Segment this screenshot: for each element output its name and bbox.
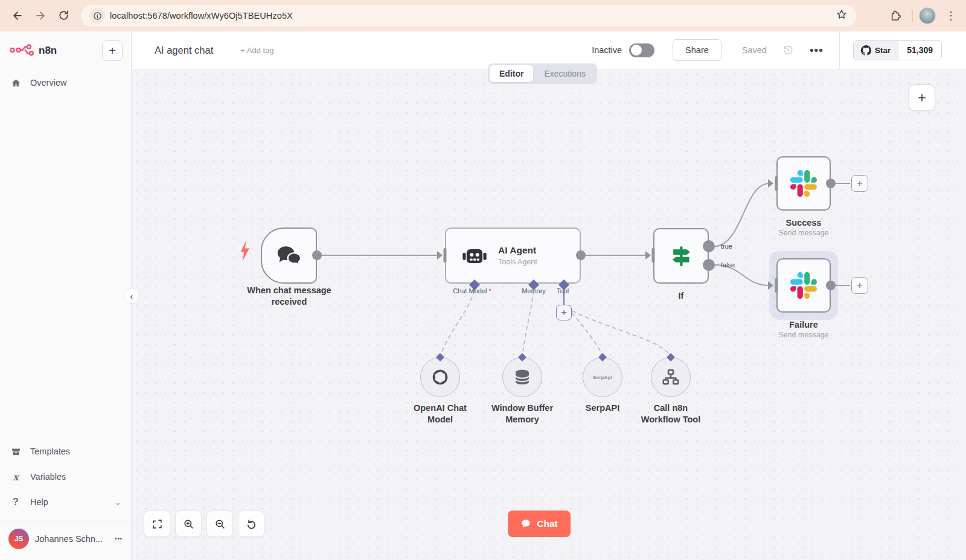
sidebar: n8n + Overview Templates x Variables ? H… xyxy=(0,31,132,560)
output-label-false: false xyxy=(721,261,735,269)
node-when-chat-message-received[interactable] xyxy=(261,228,317,284)
subnode-label: Call n8n Workflow Tool xyxy=(637,402,705,425)
subnode-serpapi[interactable]: SerpApi xyxy=(583,357,622,397)
tab-editor[interactable]: Editor xyxy=(490,65,533,82)
node-ai-agent[interactable]: AI Agent Tools Agent xyxy=(445,228,581,284)
subnode-window-buffer-memory[interactable] xyxy=(502,357,542,397)
subnode-label: SerpAPI xyxy=(572,402,633,414)
node-sublabel: Send message xyxy=(776,229,831,237)
variables-x-icon: x xyxy=(10,471,22,483)
user-avatar: JS xyxy=(8,529,29,549)
refresh-icon xyxy=(58,10,69,21)
new-workflow-button[interactable]: + xyxy=(102,40,123,61)
chat-button[interactable]: Chat xyxy=(508,511,571,537)
node-label: When chat message received xyxy=(240,285,338,308)
subnode-label: Window Buffer Memory xyxy=(482,402,562,425)
port-label-tool: Tool xyxy=(557,287,569,294)
add-node-button[interactable]: + xyxy=(909,84,935,111)
subnode-openai-chat-model[interactable] xyxy=(420,357,460,397)
workflow-menu-button[interactable]: ••• xyxy=(810,43,824,57)
add-tag-button[interactable]: + Add tag xyxy=(240,46,273,55)
sidebar-item-overview[interactable]: Overview xyxy=(0,70,131,95)
sidebar-item-label: Templates xyxy=(30,447,70,456)
database-icon xyxy=(513,368,532,387)
back-arrow-icon xyxy=(11,10,24,22)
subnode-call-n8n-workflow-tool[interactable] xyxy=(651,357,691,397)
node-if[interactable] xyxy=(653,228,709,284)
required-asterisk: * xyxy=(489,287,491,294)
url-text[interactable]: localhost:5678/workflow/xWy6Oj5TBEUHzo5X xyxy=(110,11,293,21)
browser-refresh-button[interactable] xyxy=(53,5,74,26)
add-node-after-success-button[interactable]: + xyxy=(851,175,868,192)
sidebar-item-help[interactable]: ? Help ⌄ xyxy=(0,489,131,515)
active-status-label: Inactive xyxy=(592,45,622,55)
zoom-in-button[interactable] xyxy=(175,511,202,537)
node-failure[interactable] xyxy=(776,258,831,313)
trigger-bolt-icon xyxy=(238,240,251,264)
openai-icon xyxy=(430,367,450,387)
reset-zoom-button[interactable] xyxy=(238,511,264,537)
site-info-icon[interactable] xyxy=(89,8,105,24)
header-divider xyxy=(839,31,840,69)
github-star-widget[interactable]: Star 51,309 xyxy=(853,40,942,60)
sidebar-spacer xyxy=(0,95,131,439)
forward-arrow-icon xyxy=(34,10,46,22)
bookmark-star-icon[interactable] xyxy=(836,8,848,23)
agent-node-title: AI Agent xyxy=(498,245,537,256)
slack-icon xyxy=(790,170,817,197)
workflow-edges xyxy=(132,69,966,560)
sidebar-collapse-button[interactable]: ‹ xyxy=(124,288,139,304)
user-menu[interactable]: JS Johannes Schn... ••• xyxy=(0,521,131,560)
sitemap-icon xyxy=(661,368,680,387)
port-label-chat-model: Chat Model * xyxy=(453,287,491,294)
zoom-in-icon xyxy=(183,518,194,530)
tab-executions[interactable]: Executions xyxy=(534,65,595,82)
share-button[interactable]: Share xyxy=(673,39,721,61)
extensions-button[interactable] xyxy=(885,5,906,26)
browser-profile-avatar[interactable] xyxy=(919,7,936,24)
active-toggle[interactable] xyxy=(629,43,654,57)
chat-bubbles-icon xyxy=(275,243,303,269)
sidebar-item-variables[interactable]: x Variables xyxy=(0,464,131,489)
user-more-button[interactable]: ••• xyxy=(115,536,123,542)
browser-back-button[interactable] xyxy=(7,5,28,26)
zoom-out-icon xyxy=(214,518,226,530)
subnode-label: OpenAI Chat Model xyxy=(402,402,478,425)
workflow-canvas[interactable]: When chat message received AI Agent Tool… xyxy=(132,69,966,560)
address-bar[interactable]: localhost:5678/workflow/xWy6Oj5TBEUHzo5X xyxy=(81,5,856,27)
user-name: Johannes Schn... xyxy=(35,534,103,544)
sidebar-item-templates[interactable]: Templates xyxy=(0,439,131,464)
agent-node-subtitle: Tools Agent xyxy=(498,258,537,266)
signpost-icon xyxy=(668,243,694,269)
browser-menu-button[interactable]: ⋮ xyxy=(942,10,960,21)
chevron-down-icon: ⌄ xyxy=(114,497,121,507)
add-node-after-failure-button[interactable]: + xyxy=(851,277,868,294)
zoom-out-button[interactable] xyxy=(206,511,233,537)
browser-toolbar: localhost:5678/workflow/xWy6Oj5TBEUHzo5X… xyxy=(0,0,966,31)
sidebar-item-label: Variables xyxy=(30,472,66,482)
saved-status: Saved xyxy=(742,45,767,55)
robot-icon xyxy=(462,244,487,267)
toolbar-divider xyxy=(912,9,913,22)
toggle-knob xyxy=(631,45,642,56)
n8n-logo-icon xyxy=(10,42,34,60)
n8n-logo-text: n8n xyxy=(39,45,57,57)
fit-view-button[interactable] xyxy=(144,511,170,537)
browser-forward-button[interactable] xyxy=(30,5,51,26)
home-icon xyxy=(10,78,22,88)
workflow-title[interactable]: AI agent chat xyxy=(155,45,213,56)
view-tabs: Editor Executions xyxy=(488,63,597,84)
node-label: Failure xyxy=(776,319,831,331)
history-icon[interactable] xyxy=(782,45,794,56)
add-tool-button[interactable]: + xyxy=(556,305,572,320)
reset-icon xyxy=(246,518,257,530)
node-label: If xyxy=(653,290,709,302)
node-sublabel: Send message xyxy=(776,331,831,339)
node-success[interactable] xyxy=(776,156,831,211)
port-label-memory: Memory xyxy=(522,287,546,294)
canvas-toolbar xyxy=(144,511,264,537)
chat-button-label: Chat xyxy=(537,518,557,529)
fit-view-icon xyxy=(152,518,163,530)
templates-box-icon xyxy=(10,447,22,457)
github-icon xyxy=(861,45,871,56)
